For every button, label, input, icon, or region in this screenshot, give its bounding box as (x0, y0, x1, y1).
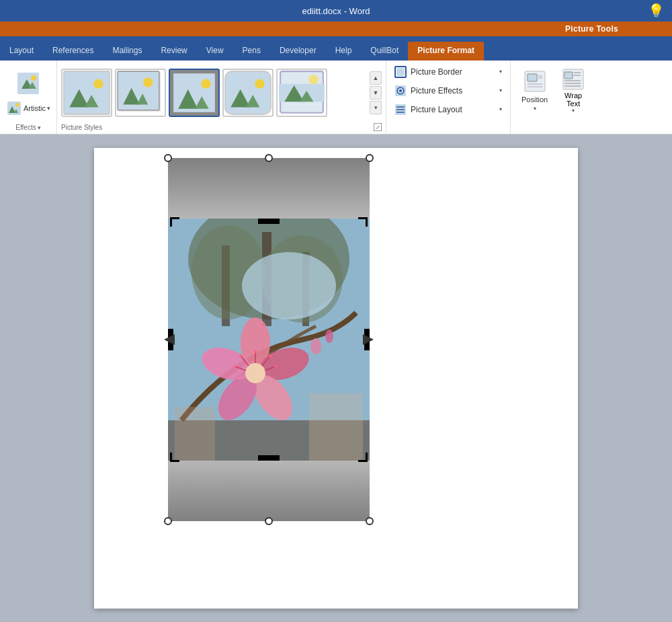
crop-handle-tl[interactable] (170, 217, 181, 228)
tab-help[interactable]: Help (326, 42, 362, 61)
picture-border-chevron[interactable]: ▾ (499, 69, 502, 75)
artistic-effects-button[interactable]: Artistic ▾ (4, 100, 52, 117)
selection-handle-tr[interactable] (366, 154, 374, 162)
svg-point-60 (242, 252, 336, 319)
tab-quillbot[interactable]: QuillBot (361, 42, 408, 61)
blur-top (168, 158, 370, 219)
style-thumb-3[interactable] (169, 69, 220, 117)
picture-border-button[interactable]: Picture Border ▾ (390, 64, 506, 80)
gallery-scroll-more[interactable]: ▾ (370, 101, 382, 114)
svg-rect-22 (225, 71, 271, 114)
svg-point-35 (399, 89, 402, 92)
position-icon (523, 69, 547, 93)
selection-handle-bc[interactable] (265, 517, 273, 525)
tab-view[interactable]: View (197, 42, 233, 61)
flower-svg (168, 219, 370, 461)
picture-styles-label: Picture Styles (61, 124, 102, 131)
lightbulb-button[interactable]: 💡 (645, 0, 667, 22)
style-thumb-2[interactable] (115, 69, 166, 117)
tab-references[interactable]: References (43, 42, 103, 61)
svg-point-73 (269, 354, 271, 357)
svg-point-30 (308, 75, 318, 84)
tab-picture-format[interactable]: Picture Format (408, 42, 484, 61)
picture-layout-chevron[interactable]: ▾ (499, 106, 502, 112)
wrap-text-label: Wrap (564, 91, 582, 100)
picture-effects-label: Picture Effects (411, 86, 495, 95)
selection-handle-br[interactable] (366, 517, 374, 525)
photo-area (168, 219, 370, 461)
picture-border-icon (394, 66, 407, 78)
wrap-text-arrow: ▾ (572, 108, 575, 114)
image-outer-frame (168, 158, 370, 521)
selection-handle-bl[interactable] (164, 517, 172, 525)
document-page (94, 148, 578, 609)
style-thumb-4[interactable] (222, 69, 274, 117)
style-thumb-5[interactable] (276, 69, 327, 117)
tab-mailings[interactable]: Mailings (103, 42, 151, 61)
picture-options-content: Picture Border ▾ Picture Effects ▾ (390, 63, 506, 118)
tab-developer[interactable]: Developer (270, 42, 326, 61)
tab-layout[interactable]: Layout (0, 42, 43, 61)
wrap-text-button[interactable]: Wrap Text ▾ (557, 65, 589, 116)
picture-options-footer (390, 118, 506, 134)
wrap-text-label2: Text (566, 100, 580, 108)
svg-point-76 (234, 365, 237, 368)
svg-point-72 (254, 350, 257, 353)
title-bar: ediitt.docx - Word 💡 (0, 0, 672, 22)
tab-review[interactable]: Review (151, 42, 196, 61)
remove-background-button[interactable] (11, 69, 45, 98)
picture-styles-dialog-launcher[interactable]: ⤢ (374, 123, 382, 131)
artistic-effects-arrow: ▾ (47, 105, 50, 112)
blur-bottom (168, 461, 370, 521)
style-thumb-1[interactable] (61, 69, 112, 117)
picture-layout-label: Picture Layout (411, 105, 495, 114)
picture-effects-button[interactable]: Picture Effects ▾ (390, 83, 506, 99)
image-container[interactable] (168, 158, 370, 521)
position-button[interactable]: Position ▾ (515, 67, 554, 114)
document-title: ediitt.docx - Word (302, 6, 370, 16)
crop-mid-bottom[interactable] (258, 455, 280, 461)
arrange-footer (515, 118, 594, 134)
picture-effects-icon (394, 85, 407, 97)
artistic-effects-label: Artistic (24, 104, 46, 112)
picture-border-label: Picture Border (411, 67, 495, 77)
svg-point-17 (143, 77, 153, 87)
svg-point-66 (245, 363, 265, 383)
picture-layout-button[interactable]: Picture Layout ▾ (390, 102, 506, 118)
picture-options-group: Picture Border ▾ Picture Effects ▾ (386, 61, 511, 134)
crop-handle-tr[interactable] (357, 217, 368, 228)
effects-dropdown[interactable]: ▾ (38, 124, 41, 131)
picture-styles-content: ▲ ▼ ▾ (61, 63, 382, 122)
svg-point-75 (274, 365, 277, 368)
svg-point-4 (31, 75, 36, 81)
svg-point-21 (201, 79, 210, 88)
tab-pens[interactable]: Pens (233, 42, 270, 61)
document-area (0, 134, 672, 622)
position-label: Position (521, 95, 548, 104)
ribbon: Artistic ▾ Effects ▾ (0, 61, 672, 134)
gallery-scroll-down[interactable]: ▼ (370, 86, 382, 100)
selection-handle-tc[interactable] (265, 154, 273, 162)
svg-point-77 (310, 338, 321, 354)
arrange-group: Position ▾ (511, 61, 598, 134)
gallery-scroll-up[interactable]: ▲ (370, 71, 382, 85)
picture-styles-footer: Picture Styles ⤢ (61, 122, 382, 134)
ribbon-tabs: Layout References Mailings Review View P… (0, 36, 672, 61)
picture-styles-gallery (61, 69, 368, 117)
picture-styles-group: ▲ ▼ ▾ Picture Styles ⤢ (57, 61, 386, 134)
gallery-scroll: ▲ ▼ ▾ (370, 71, 382, 114)
crop-mid-top[interactable] (258, 219, 280, 224)
svg-point-25 (255, 79, 264, 88)
effects-group: Artistic ▾ Effects ▾ (0, 61, 57, 134)
selection-handle-tl[interactable] (164, 154, 172, 162)
picture-effects-chevron[interactable]: ▾ (499, 87, 502, 93)
svg-rect-81 (309, 393, 363, 461)
effects-group-footer: Effects ▾ (4, 122, 52, 134)
svg-rect-47 (564, 72, 573, 79)
crop-handle-br[interactable] (357, 451, 368, 462)
arrange-content: Position ▾ (515, 63, 594, 118)
svg-rect-80 (175, 407, 215, 461)
crop-handle-bl[interactable] (170, 451, 181, 462)
svg-rect-9 (64, 71, 110, 114)
svg-point-12 (93, 79, 103, 88)
